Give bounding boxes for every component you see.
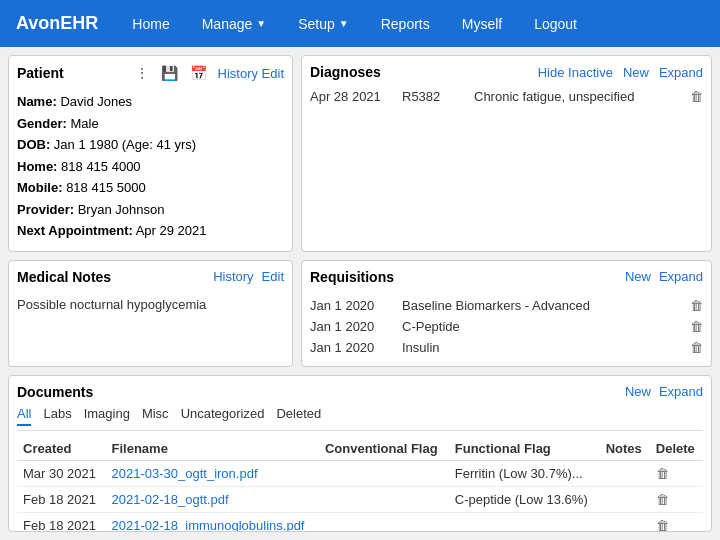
diagnoses-section-title: Diagnoses [310, 64, 381, 80]
doc-delete-0[interactable]: 🗑 [650, 460, 703, 486]
patient-icons: ⋮ 💾 📅 [132, 64, 210, 82]
home-label: Home: [17, 159, 57, 174]
medical-notes-card: Medical Notes History Edit Possible noct… [8, 260, 293, 367]
req-row-1: Jan 1 2020 C-Peptide 🗑 [310, 316, 703, 337]
docs-tabs: All Labs Imaging Misc Uncategorized Dele… [17, 406, 703, 431]
doc-trash-icon-1[interactable]: 🗑 [656, 492, 669, 507]
req-expand-btn[interactable]: Expand [659, 269, 703, 284]
patient-dob-value: Jan 1 1980 (Age: 41 yrs) [54, 137, 196, 152]
col-conv-flag: Conventional Flag [319, 437, 449, 461]
doc-notes-0 [600, 460, 650, 486]
req-desc-2: Insulin [402, 340, 678, 355]
nav-home[interactable]: Home [118, 10, 183, 38]
documents-section: Documents New Expand All Labs Imaging Mi… [8, 375, 712, 533]
doc-delete-2[interactable]: 🗑 [650, 512, 703, 532]
patient-appt-value: Apr 29 2021 [136, 223, 207, 238]
docs-tab-uncategorized[interactable]: Uncategorized [181, 406, 265, 426]
hide-inactive-btn[interactable]: Hide Inactive [538, 65, 613, 80]
nextappt-label: Next Appointment: [17, 223, 133, 238]
patient-history-btn[interactable]: History [218, 66, 258, 81]
notes-edit-btn[interactable]: Edit [262, 269, 284, 284]
docs-expand-btn[interactable]: Expand [659, 384, 703, 399]
diagnoses-new-btn[interactable]: New [623, 65, 649, 80]
notes-history-btn[interactable]: History [213, 269, 253, 284]
main-content: Patient ⋮ 💾 📅 History Edit Name: David J… [0, 47, 720, 540]
doc-trash-icon-2[interactable]: 🗑 [656, 518, 669, 533]
docs-tab-deleted[interactable]: Deleted [276, 406, 321, 426]
doc-created-2: Feb 18 2021 [17, 512, 106, 532]
patient-provider-row: Provider: Bryan Johnson [17, 200, 284, 220]
req-row-0: Jan 1 2020 Baseline Biomarkers - Advance… [310, 295, 703, 316]
req-delete-0[interactable]: 🗑 [690, 298, 703, 313]
col-func-flag: Functional Flag [449, 437, 600, 461]
nav-logout[interactable]: Logout [520, 10, 591, 38]
req-section-title: Requisitions [310, 269, 394, 285]
gender-label: Gender: [17, 116, 67, 131]
diagnosis-row: Apr 28 2021 R5382 Chronic fatigue, unspe… [310, 86, 703, 107]
diag-code-0: R5382 [402, 89, 462, 104]
doc-filename-2[interactable]: 2021-02-18_immunoglobulins.pdf [106, 512, 319, 532]
docs-tab-misc[interactable]: Misc [142, 406, 169, 426]
patient-menu-icon[interactable]: ⋮ [132, 64, 152, 82]
patient-edit-btn[interactable]: Edit [262, 66, 284, 81]
dob-label: DOB: [17, 137, 50, 152]
diagnoses-actions: Hide Inactive New Expand [538, 65, 703, 80]
patient-section-title: Patient [17, 65, 64, 81]
doc-delete-1[interactable]: 🗑 [650, 486, 703, 512]
patient-gender-value: Male [70, 116, 98, 131]
doc-conv-flag-2 [319, 512, 449, 532]
req-delete-2[interactable]: 🗑 [690, 340, 703, 355]
patient-mob-value: 818 415 5000 [66, 180, 146, 195]
req-date-0: Jan 1 2020 [310, 298, 390, 313]
doc-func-flag-2 [449, 512, 600, 532]
doc-filename-1[interactable]: 2021-02-18_ogtt.pdf [106, 486, 319, 512]
docs-tab-all[interactable]: All [17, 406, 31, 426]
docs-header: Documents New Expand [17, 384, 703, 400]
patient-save-icon[interactable]: 💾 [158, 64, 181, 82]
doc-row-0: Mar 30 2021 2021-03-30_ogtt_iron.pdf Fer… [17, 460, 703, 486]
requisitions-card: Requisitions New Expand Jan 1 2020 Basel… [301, 260, 712, 367]
docs-tab-labs[interactable]: Labs [43, 406, 71, 426]
doc-func-flag-0: Ferritin (Low 30.7%)... [449, 460, 600, 486]
name-label: Name: [17, 94, 57, 109]
nav-myself[interactable]: Myself [448, 10, 516, 38]
diag-desc-0: Chronic fatigue, unspecified [474, 89, 678, 104]
col-filename: Filename [106, 437, 319, 461]
col-notes: Notes [600, 437, 650, 461]
mob-label: Mobile: [17, 180, 63, 195]
patient-calendar-icon[interactable]: 📅 [187, 64, 210, 82]
docs-tab-imaging[interactable]: Imaging [84, 406, 130, 426]
doc-filename-0[interactable]: 2021-03-30_ogtt_iron.pdf [106, 460, 319, 486]
req-delete-1[interactable]: 🗑 [690, 319, 703, 334]
patient-dob-row: DOB: Jan 1 1980 (Age: 41 yrs) [17, 135, 284, 155]
diagnoses-expand-btn[interactable]: Expand [659, 65, 703, 80]
doc-func-flag-1: C-peptide (Low 13.6%) [449, 486, 600, 512]
manage-dropdown-icon: ▼ [256, 18, 266, 29]
nav-manage[interactable]: Manage ▼ [188, 10, 281, 38]
docs-table: Created Filename Conventional Flag Funct… [17, 437, 703, 533]
diagnoses-card: Diagnoses Hide Inactive New Expand Apr 2… [301, 55, 712, 252]
patient-name-row: Name: David Jones [17, 92, 284, 112]
nav-reports[interactable]: Reports [367, 10, 444, 38]
diag-date-0: Apr 28 2021 [310, 89, 390, 104]
patient-gender-row: Gender: Male [17, 114, 284, 134]
diag-delete-0[interactable]: 🗑 [690, 89, 703, 104]
provider-label: Provider: [17, 202, 74, 217]
patient-card-header: Patient ⋮ 💾 📅 History Edit [17, 64, 284, 86]
nav-setup[interactable]: Setup ▼ [284, 10, 363, 38]
docs-new-btn[interactable]: New [625, 384, 651, 399]
doc-trash-icon-0[interactable]: 🗑 [656, 466, 669, 481]
req-date-2: Jan 1 2020 [310, 340, 390, 355]
req-desc-0: Baseline Biomarkers - Advanced [402, 298, 678, 313]
req-new-btn[interactable]: New [625, 269, 651, 284]
brand-logo: AvonEHR [16, 13, 98, 34]
req-row-2: Jan 1 2020 Insulin 🗑 [310, 337, 703, 358]
doc-created-0: Mar 30 2021 [17, 460, 106, 486]
patient-mob-row: Mobile: 818 415 5000 [17, 178, 284, 198]
doc-created-1: Feb 18 2021 [17, 486, 106, 512]
patient-appt-row: Next Appointment: Apr 29 2021 [17, 221, 284, 241]
top-row: Patient ⋮ 💾 📅 History Edit Name: David J… [8, 55, 712, 252]
patient-provider-value: Bryan Johnson [78, 202, 165, 217]
req-card-header: Requisitions New Expand [310, 269, 703, 289]
notes-content: Possible nocturnal hypoglycemia [17, 295, 284, 314]
